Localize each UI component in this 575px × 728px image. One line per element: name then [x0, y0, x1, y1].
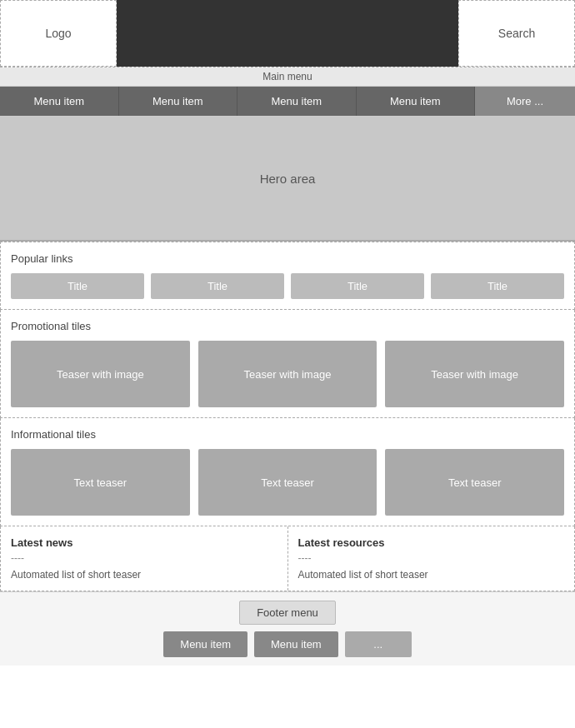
promotional-tiles-row: Teaser with image Teaser with image Teas… [11, 341, 564, 407]
hero-area: Hero area [0, 117, 575, 242]
popular-link-3[interactable]: Title [291, 273, 424, 299]
header: Logo Search [0, 0, 575, 67]
latest-news-title: Latest news [11, 536, 278, 549]
promotional-tiles-section: Promotional tiles Teaser with image Teas… [0, 310, 575, 418]
footer: Footer menu Menu item Menu item ... [0, 591, 575, 666]
info-tile-1[interactable]: Text teaser [11, 449, 190, 516]
latest-resources-col: Latest resources ---- Automated list of … [288, 526, 575, 591]
popular-links-title: Popular links [11, 252, 564, 265]
popular-link-4[interactable]: Title [431, 273, 564, 299]
nav-item-2[interactable]: Menu item [119, 87, 238, 116]
nav-wrapper: Main menu Menu item Menu item Menu item … [0, 67, 575, 117]
promotional-tiles-title: Promotional tiles [11, 320, 564, 332]
footer-item-2[interactable]: Menu item [254, 631, 338, 657]
info-tile-2[interactable]: Text teaser [198, 449, 378, 516]
latest-resources-text: Automated list of short teaser [298, 569, 565, 581]
logo-label: Logo [45, 27, 71, 40]
search-area[interactable]: Search [458, 0, 575, 67]
popular-links-section: Popular links Title Title Title Title [0, 242, 575, 310]
nav-item-1[interactable]: Menu item [0, 87, 119, 116]
nav-item-3[interactable]: Menu item [238, 87, 357, 116]
promo-tile-1[interactable]: Teaser with image [11, 341, 190, 407]
informational-tiles-title: Informational tiles [11, 428, 564, 441]
logo[interactable]: Logo [0, 0, 117, 67]
nav-bottom: Menu item Menu item Menu item Menu item … [0, 87, 575, 116]
latest-resources-separator: ---- [298, 552, 565, 564]
hero-label: Hero area [260, 172, 316, 186]
footer-item-1[interactable]: Menu item [163, 631, 248, 657]
footer-item-dots[interactable]: ... [345, 631, 412, 657]
header-banner [117, 0, 458, 67]
bottom-columns: Latest news ---- Automated list of short… [0, 526, 575, 591]
latest-news-separator: ---- [11, 552, 278, 564]
search-label: Search [498, 27, 535, 40]
informational-tiles-section: Informational tiles Text teaser Text tea… [0, 418, 575, 526]
nav-main-menu-label: Main menu [0, 67, 575, 87]
latest-news-text: Automated list of short teaser [11, 569, 278, 581]
promo-tile-2[interactable]: Teaser with image [198, 341, 378, 407]
nav-more-button[interactable]: More ... [475, 87, 575, 116]
popular-links-row: Title Title Title Title [11, 273, 564, 299]
info-tile-3[interactable]: Text teaser [385, 449, 564, 516]
latest-resources-title: Latest resources [298, 536, 565, 549]
promo-tile-3[interactable]: Teaser with image [385, 341, 564, 407]
popular-link-2[interactable]: Title [151, 273, 284, 299]
footer-menu-label: Footer menu [239, 601, 336, 625]
footer-items: Menu item Menu item ... [163, 631, 411, 657]
nav-item-4[interactable]: Menu item [357, 87, 476, 116]
latest-news-col: Latest news ---- Automated list of short… [1, 526, 288, 591]
informational-tiles-row: Text teaser Text teaser Text teaser [11, 449, 564, 516]
popular-link-1[interactable]: Title [11, 273, 144, 299]
